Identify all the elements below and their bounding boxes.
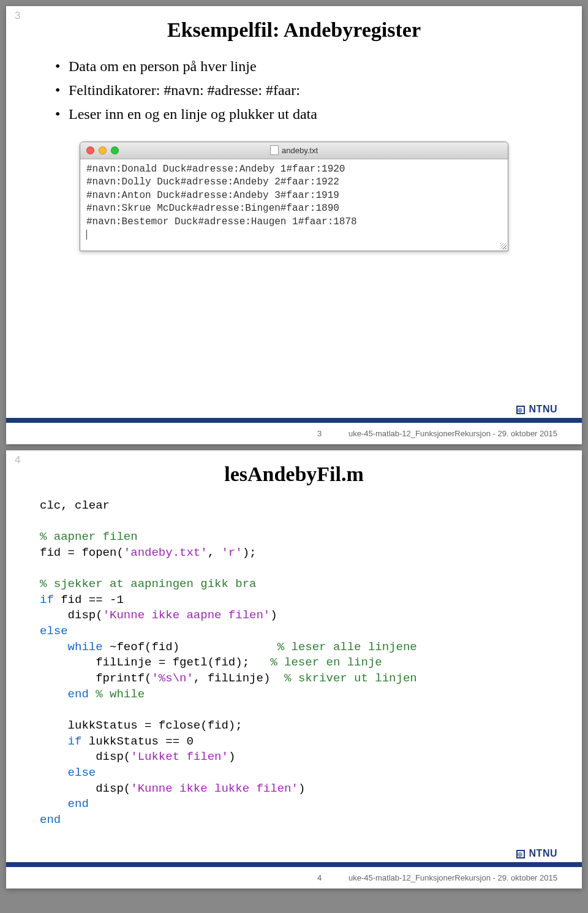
footer-caption: uke-45-matlab-12_FunksjonerRekursjon - 2…	[349, 429, 557, 438]
close-icon[interactable]	[86, 146, 94, 154]
code-line: if fid == -1	[40, 593, 124, 607]
footer-text: 4 uke-45-matlab-12_FunksjonerRekursjon -…	[317, 873, 557, 882]
bullet-item: Feltindikatorer: #navn: #adresse: #faar:	[55, 79, 582, 102]
code-line: else	[40, 766, 96, 779]
slide-title: Eksempelfil: Andebyregister	[6, 6, 582, 42]
code-line: while ~feof(fid) % leser alle linjene	[40, 640, 417, 654]
code-line: end	[40, 797, 89, 811]
code-line: disp('Kunne ikke aapne filen')	[40, 608, 277, 622]
code-line: disp('Kunne ikke lukke filen')	[40, 782, 305, 795]
code-line: end % while	[40, 688, 145, 701]
code-line: lukkStatus = fclose(fid);	[40, 719, 243, 732]
bullet-item: Leser inn en og en linje og plukker ut d…	[55, 103, 582, 126]
code-line: fprintf('%s\n', filLinje) % skriver ut l…	[40, 672, 417, 685]
code-line: clc, clear	[40, 499, 110, 512]
minimize-icon[interactable]	[99, 146, 107, 154]
slide-number: 3	[15, 10, 20, 22]
footer-page-number: 3	[317, 429, 322, 438]
code-line: disp('Lukket filen')	[40, 750, 235, 763]
code-line: if lukkStatus == 0	[40, 735, 194, 748]
footer-divider	[6, 418, 582, 423]
cursor-line	[86, 229, 502, 243]
code-line: filLinje = fgetl(fid); % leser en linje	[40, 656, 382, 669]
editor-window-wrap: andeby.txt #navn:Donald Duck#adresse:And…	[6, 142, 582, 252]
filename-label: andeby.txt	[282, 146, 318, 155]
slide-1: 3 Eksempelfil: Andebyregister Data om en…	[6, 6, 582, 444]
text-line: #navn:Anton Duck#adresse:Andeby 3#faar:1…	[86, 189, 502, 203]
code-comment: % sjekker at aapningen gikk bra	[40, 577, 256, 591]
footer-divider	[6, 862, 582, 867]
text-line: #navn:Skrue McDuck#adresse:Bingen#faar:1…	[86, 202, 502, 216]
code-comment: % aapner filen	[40, 530, 138, 544]
slide-number: 4	[15, 454, 20, 466]
zoom-icon[interactable]	[111, 146, 119, 154]
slide-2: 4 lesAndebyFil.m clc, clear % aapner fil…	[6, 450, 582, 888]
code-keyword: end	[40, 813, 61, 827]
footer-caption: uke-45-matlab-12_FunksjonerRekursjon - 2…	[349, 873, 557, 882]
bullet-list: Data om en person på hver linje Feltindi…	[6, 55, 582, 126]
ntnu-logo: ◎ NTNU	[516, 848, 557, 859]
text-line: #navn:Donald Duck#adresse:Andeby 1#faar:…	[86, 163, 502, 176]
window-titlebar[interactable]: andeby.txt	[80, 142, 508, 159]
document-icon	[270, 145, 279, 155]
resize-grip-icon[interactable]	[499, 242, 508, 251]
editor-window: andeby.txt #navn:Donald Duck#adresse:And…	[80, 142, 508, 252]
code-block: clc, clear % aapner filen fid = fopen('a…	[6, 486, 582, 828]
ntnu-logo: ◎ NTNU	[516, 404, 557, 415]
text-line: #navn:Bestemor Duck#adresse:Haugen 1#faa…	[86, 216, 502, 229]
bullet-item: Data om en person på hver linje	[55, 55, 582, 78]
footer-page-number: 4	[317, 873, 322, 882]
code-keyword: else	[40, 624, 68, 638]
traffic-lights	[86, 146, 119, 154]
slide-title: lesAndebyFil.m	[6, 450, 582, 486]
editor-content[interactable]: #navn:Donald Duck#adresse:Andeby 1#faar:…	[80, 159, 508, 251]
code-line: fid = fopen('andeby.txt', 'r');	[40, 546, 257, 559]
window-title: andeby.txt	[270, 145, 318, 155]
footer-text: 3 uke-45-matlab-12_FunksjonerRekursjon -…	[317, 429, 557, 438]
text-line: #navn:Dolly Duck#adresse:Andeby 2#faar:1…	[86, 176, 502, 189]
